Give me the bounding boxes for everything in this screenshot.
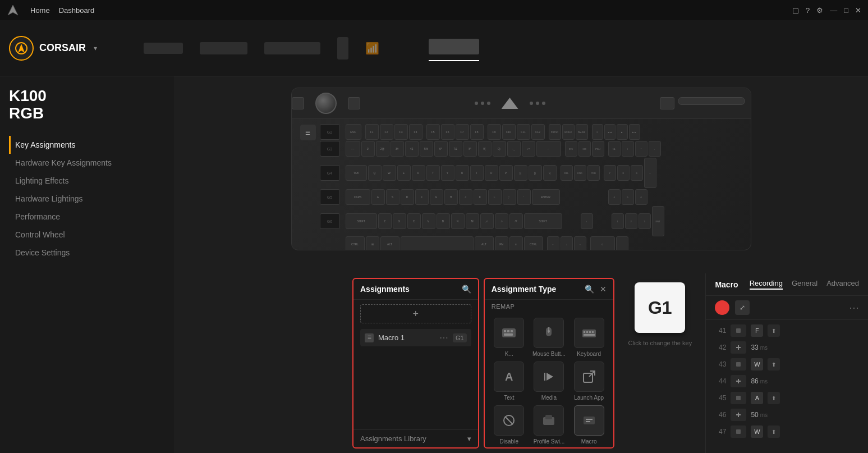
assignments-search-icon[interactable]: 🔍 (462, 285, 471, 294)
window-icon[interactable]: ▢ (792, 6, 799, 15)
type-label-5: Launch App (574, 395, 604, 401)
type-label-4: Media (541, 395, 557, 401)
key-G2[interactable]: G2 (320, 124, 340, 140)
kb-media-prev[interactable] (660, 97, 674, 109)
type-item-5[interactable]: Launch App (571, 362, 607, 401)
macro-more-icon[interactable]: ⋯ (849, 301, 859, 314)
device-brand[interactable]: CORSAIR ▾ (9, 36, 132, 61)
svg-rect-18 (544, 373, 545, 381)
nav-key-assignments[interactable]: Key Assignments (9, 136, 165, 154)
kb-btn-1 (292, 97, 304, 109)
macro-row-key: F (751, 324, 763, 337)
remap-label: REMAP (485, 300, 613, 313)
macro-tab-recording[interactable]: Recording (750, 279, 783, 290)
assignment-item[interactable]: ☰ Macro 1 ⋯ G1 (360, 329, 471, 346)
macro-row-duration: 33 ms (751, 344, 768, 351)
type-item-0[interactable]: K... (492, 318, 527, 357)
macro-row-icon: ⬆ (768, 324, 780, 337)
type-item-1[interactable]: Mouse Butt... (531, 318, 567, 357)
type-label-6: Disable (500, 438, 518, 445)
key-list-icon[interactable]: ☰ (300, 125, 316, 140)
svg-rect-12 (584, 331, 585, 333)
brand-chevron-icon[interactable]: ▾ (94, 44, 97, 52)
bottom-panels: Assignments 🔍 + ☰ Macro 1 ⋯ G1 Copy Save… (348, 273, 868, 453)
device-bar: CORSAIR ▾ 📶 (0, 20, 868, 76)
macro-row-44: 44 86 ms (706, 373, 868, 390)
device-thumb-3[interactable] (337, 37, 348, 60)
macro-row-action-up (731, 341, 746, 354)
nav-control-wheel[interactable]: Control Wheel (9, 226, 165, 244)
macro-row-42: 42 33 ms (706, 339, 868, 356)
title-bar-nav: Home Dashboard (30, 6, 94, 15)
minimize-button[interactable]: — (830, 6, 837, 15)
macro-row-action-down (731, 324, 746, 337)
type-item-7[interactable]: Profile Swi... (531, 405, 567, 445)
keyboard-top-bar (292, 88, 751, 119)
close-button[interactable]: ✕ (855, 6, 861, 15)
key-display[interactable]: G1 (635, 282, 685, 333)
add-assignment-button[interactable]: + (360, 304, 471, 323)
assignment-item-more[interactable]: ⋯ (439, 332, 448, 343)
device-thumb-6[interactable] (429, 35, 479, 61)
kb-knob[interactable] (315, 93, 337, 114)
maximize-button[interactable]: □ (844, 6, 848, 15)
assignment-type-close-icon[interactable]: ✕ (600, 285, 607, 294)
key-panel: G1 Click to change the key (614, 273, 705, 453)
nav-hardware-lightings[interactable]: Hardware Lightings (9, 190, 165, 208)
macro-row-num: 42 (713, 344, 726, 351)
device-thumb-1[interactable] (200, 37, 247, 60)
kb-corsair-logo (502, 98, 518, 109)
macro-row-num: 41 (713, 327, 726, 335)
keyboard-image: G2 ESC F1 F2 F3 F4 F5 F6 F7 F8 F9 F10 (291, 88, 751, 250)
nav-home[interactable]: Home (30, 6, 50, 15)
svg-marker-17 (546, 373, 553, 381)
macro-tab-general[interactable]: General (792, 279, 818, 290)
type-item-8[interactable]: Macro (571, 405, 607, 445)
nav-lighting-effects[interactable]: Lighting Effects (9, 172, 165, 190)
device-thumb-5[interactable] (396, 37, 412, 60)
type-label-7: Profile Swi... (534, 438, 565, 445)
macro-tab-advanced[interactable]: Advanced (826, 279, 859, 290)
assignments-library[interactable]: Assignments Library ▾ (353, 429, 478, 447)
type-item-4[interactable]: Media (531, 362, 567, 401)
brand-icon (9, 36, 34, 61)
assignments-library-chevron-icon: ▾ (467, 434, 471, 443)
macro-row-duration: 50 ms (751, 411, 768, 419)
help-icon[interactable]: ? (806, 6, 810, 15)
key-row-4: G5 CAPS A S D F G H J K L ;: ' ENTER (320, 189, 745, 205)
device-thumb-0[interactable] (144, 37, 183, 60)
nav-dashboard[interactable]: Dashboard (59, 6, 95, 15)
macro-rows: 41 F ⬆ 42 33 ms (706, 320, 868, 453)
macro-row-num: 43 (713, 360, 726, 368)
record-button[interactable] (715, 300, 729, 315)
nav-hardware-key-assignments[interactable]: Hardware Key Assignments (9, 154, 165, 172)
key-esc[interactable]: ESC (346, 124, 361, 140)
svg-line-22 (505, 417, 513, 424)
type-item-3[interactable]: A Text (492, 362, 527, 401)
device-thumb-2[interactable] (264, 37, 320, 60)
type-icon-disable (494, 405, 524, 436)
svg-marker-2 (18, 44, 25, 53)
device-thumb-4[interactable]: 📶 (365, 37, 379, 60)
macro-row-action (731, 392, 746, 404)
type-icon-text: A (494, 362, 524, 392)
macro-row-41: 41 F ⬆ (706, 322, 868, 339)
nav-device-settings[interactable]: Device Settings (9, 244, 165, 262)
settings-icon[interactable]: ⚙ (816, 6, 823, 15)
svg-marker-0 (8, 5, 18, 15)
device-thumbnails: 📶 (144, 35, 859, 61)
svg-rect-6 (511, 330, 513, 332)
keyboard-visual: G2 ESC F1 F2 F3 F4 F5 F6 F7 F8 F9 F10 (174, 76, 868, 256)
nav-performance[interactable]: Performance (9, 208, 165, 226)
type-item-2[interactable]: Keyboard (571, 318, 607, 357)
type-item-6[interactable]: Disable (492, 405, 527, 445)
key-click-label[interactable]: Click to change the key (628, 340, 692, 346)
macro-row-icon: ⬆ (768, 425, 780, 438)
kb-leds-2 (530, 102, 545, 105)
kb-volume-slider[interactable] (678, 97, 745, 105)
expand-button[interactable]: ⤢ (735, 300, 750, 315)
svg-rect-14 (589, 331, 591, 333)
key-row-5: G6 SHIFT Z X C V B N M ,< .> /? SHIFT (320, 206, 745, 236)
assignment-type-search-icon[interactable]: 🔍 (585, 285, 594, 294)
kb-btn-2 (348, 97, 360, 109)
